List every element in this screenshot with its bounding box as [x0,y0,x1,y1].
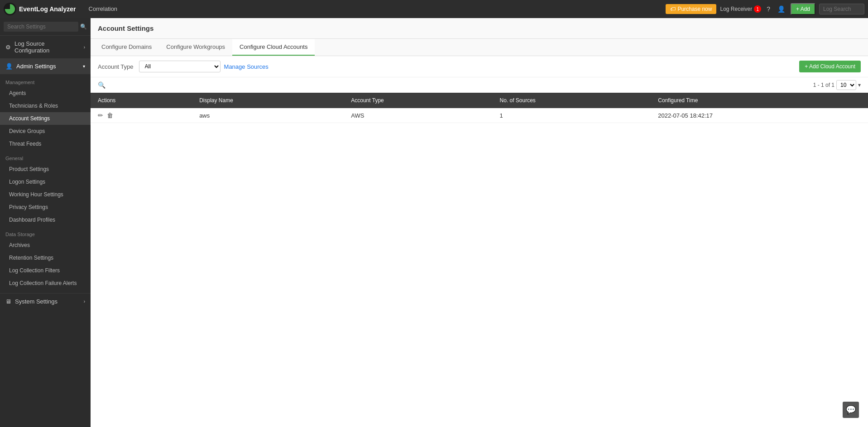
chevron-down-icon: ▾ [83,64,85,69]
chevron-right-icon: › [84,45,85,50]
sidebar-item-technicians---roles[interactable]: Technicians & Roles [0,100,91,112]
col-header-no--of-sources: No. of Sources [492,93,651,108]
pagination-info: 1 - 1 of 1 10 25 50 ▾ [813,80,861,90]
chevron-right-icon-system: › [84,299,85,304]
table-header: ActionsDisplay NameAccount TypeNo. of So… [91,93,868,108]
sidebar-item-product-settings[interactable]: Product Settings [0,163,91,176]
help-icon[interactable]: ? [765,4,772,14]
log-receiver[interactable]: Log Receiver 1 [720,5,761,13]
sidebar-item-dashboard-profiles[interactable]: Dashboard Profiles [0,214,91,226]
search-icon: 🔍 [80,24,87,30]
sidebar-item-privacy-settings[interactable]: Privacy Settings [0,201,91,214]
sidebar-search-container: 🔍 [0,18,91,36]
col-header-configured-time: Configured Time [651,93,868,108]
sidebar-item-log-collection-failure-alerts[interactable]: Log Collection Failure Alerts [0,277,91,289]
data-storage-section-title: Data Storage [0,226,91,239]
table-toolbar: Account Type All AWS Azure GCP Manage So… [91,56,868,77]
user-icon[interactable]: 👤 [776,4,787,14]
purchase-button[interactable]: 🏷 Purchase now [666,4,716,14]
sidebar: 🔍 ⚙ Log Source Configuration › 👤 Admin S… [0,18,91,427]
main-layout: 🔍 ⚙ Log Source Configuration › 👤 Admin S… [0,18,868,427]
general-items: Product SettingsLogon SettingsWorking Ho… [0,163,91,226]
sidebar-item-system-settings[interactable]: 🖥 System Settings › [0,293,91,309]
system-settings-label: System Settings [15,298,58,305]
chat-button[interactable]: 💬 [843,402,859,418]
sidebar-item-working-hour-settings[interactable]: Working Hour Settings [0,188,91,201]
row-account-type: AWS [344,108,492,123]
chat-icon: 💬 [846,405,856,415]
tab-configure-domains[interactable]: Configure Domains [94,39,159,56]
table-body: ✏🗑awsAWS12022-07-05 18:42:17 [91,108,868,123]
manage-sources-link[interactable]: Manage Sources [224,63,269,70]
col-header-display-name: Display Name [192,93,344,108]
content-area: Account Settings Configure DomainsConfig… [91,18,868,427]
account-type-select[interactable]: All AWS Azure GCP [139,61,221,72]
log-search-input[interactable] [819,4,864,14]
sidebar-item-agents[interactable]: Agents [0,87,91,100]
management-section-title: Management [0,74,91,87]
add-cloud-account-button[interactable]: + Add Cloud Account [799,61,861,72]
purchase-label: Purchase now [677,6,712,12]
admin-icon: 👤 [5,63,13,70]
sidebar-item-log-collection-filters[interactable]: Log Collection Filters [0,264,91,277]
account-type-label: Account Type [98,63,134,70]
col-header-actions: Actions [91,93,192,108]
chevron-down-per-page: ▾ [858,82,861,88]
nav-item-correlation[interactable]: Correlation [83,3,125,15]
sidebar-item-archives[interactable]: Archives [0,239,91,251]
table-search-icon[interactable]: 🔍 [98,81,106,89]
sidebar-item-log-source-label: Log Source Configuration [14,40,80,54]
general-section-title: General [0,150,91,163]
sidebar-item-log-source[interactable]: ⚙ Log Source Configuration › [0,36,91,58]
per-page-select[interactable]: 10 25 50 [836,80,856,90]
sidebar-item-device-groups[interactable]: Device Groups [0,125,91,138]
row-no-of-sources: 1 [492,108,651,123]
logo-icon [4,3,16,15]
notification-badge: 1 [754,5,761,13]
purchase-icon: 🏷 [670,6,676,12]
sidebar-item-admin-settings[interactable]: 👤 Admin Settings ▾ [0,58,91,74]
pagination-text: 1 - 1 of 1 [813,82,834,88]
sidebar-item-threat-feeds[interactable]: Threat Feeds [0,138,91,150]
management-items: AgentsTechnicians & RolesAccount Setting… [0,87,91,150]
tabs-list: Configure DomainsConfigure WorkgroupsCon… [94,39,315,56]
table-header-row: ActionsDisplay NameAccount TypeNo. of So… [91,93,868,108]
topbar: EventLog Analyzer DashboardReportsCompli… [0,0,868,18]
cloud-accounts-table: ActionsDisplay NameAccount TypeNo. of So… [91,93,868,123]
table-row: ✏🗑awsAWS12022-07-05 18:42:17 [91,108,868,123]
sidebar-item-logon-settings[interactable]: Logon Settings [0,176,91,188]
sidebar-item-account-settings[interactable]: Account Settings [0,112,91,125]
sidebar-search-input[interactable] [4,22,78,32]
add-button[interactable]: + Add [791,3,815,15]
data-storage-items: ArchivesRetention SettingsLog Collection… [0,239,91,289]
col-header-account-type: Account Type [344,93,492,108]
log-receiver-label: Log Receiver [720,6,752,12]
sidebar-item-admin-label: Admin Settings [16,63,56,70]
page-title: Account Settings [91,18,868,39]
table-controls: 🔍 1 - 1 of 1 10 25 50 ▾ [91,77,868,93]
sidebar-item-retention-settings[interactable]: Retention Settings [0,251,91,264]
log-source-icon: ⚙ [5,44,11,51]
app-logo: EventLog Analyzer [4,3,76,15]
nav-item-search[interactable]: Search [83,0,125,3]
row-actions: ✏🗑 [91,108,192,123]
tab-configure-cloud-accounts[interactable]: Configure Cloud Accounts [232,39,315,56]
topbar-right: 🏷 Purchase now Log Receiver 1 ? 👤 + Add [666,3,864,15]
tab-configure-workgroups[interactable]: Configure Workgroups [159,39,232,56]
delete-icon[interactable]: 🗑 [107,112,113,119]
tabs-container: Configure DomainsConfigure WorkgroupsCon… [91,39,868,56]
edit-icon[interactable]: ✏ [98,112,103,119]
app-name: EventLog Analyzer [19,5,76,13]
system-settings-icon: 🖥 [5,298,11,305]
row-display-name: aws [192,108,344,123]
row-configured-time: 2022-07-05 18:42:17 [651,108,868,123]
